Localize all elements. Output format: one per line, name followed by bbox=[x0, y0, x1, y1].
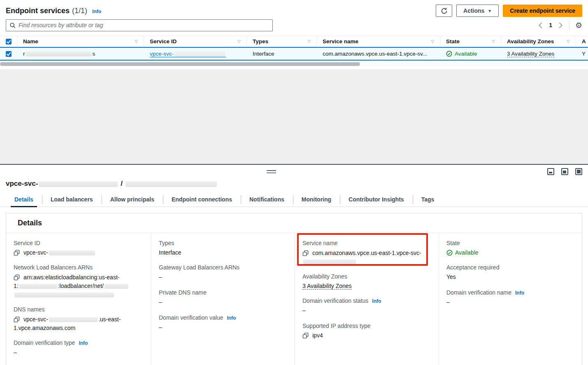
availability-zones-link[interactable]: 3 Availability Zones bbox=[507, 51, 554, 57]
field-acceptance-required: Acceptance required Yes bbox=[446, 264, 575, 281]
endpoint-services-table: Name▽ Service ID▽ Types▽ Service name▽ S… bbox=[0, 36, 588, 66]
panel-tabs: Details Load balancers Allow principals … bbox=[0, 193, 588, 207]
tab-load-balancers[interactable]: Load balancers bbox=[42, 193, 102, 206]
current-page[interactable]: 1 bbox=[549, 22, 552, 28]
page-info-link[interactable]: Info bbox=[92, 9, 101, 14]
select-all-checkbox[interactable] bbox=[6, 39, 12, 44]
tab-details[interactable]: Details bbox=[6, 193, 42, 206]
column-header-service-id[interactable]: Service ID▽ bbox=[144, 36, 247, 47]
details-column-4: State Available Acceptance required Yes bbox=[439, 233, 582, 365]
sort-icon[interactable]: ▽ bbox=[564, 39, 570, 44]
redaction bbox=[49, 317, 98, 322]
tab-notifications[interactable]: Notifications bbox=[241, 193, 293, 206]
prev-page-button[interactable] bbox=[538, 22, 543, 28]
field-types: Types Interface bbox=[159, 240, 288, 257]
divider bbox=[569, 20, 569, 30]
field-domain-verification-name: Domain verification name Info – bbox=[446, 289, 575, 307]
sort-icon[interactable]: ▽ bbox=[132, 39, 138, 44]
create-endpoint-service-button[interactable]: Create endpoint service bbox=[503, 5, 582, 17]
field-domain-verification-type: Domain verification type Info – bbox=[14, 339, 144, 357]
panel-size-small-button[interactable] bbox=[547, 168, 554, 175]
refresh-icon bbox=[441, 7, 448, 14]
tab-monitoring[interactable]: Monitoring bbox=[293, 193, 340, 206]
availability-zones-link[interactable]: 3 Availability Zones bbox=[302, 283, 352, 290]
check-circle-icon bbox=[446, 250, 453, 256]
horizontal-scrollbar[interactable] bbox=[0, 62, 588, 66]
search-box[interactable] bbox=[6, 19, 273, 31]
column-header-state[interactable]: State▽ bbox=[440, 36, 501, 47]
page-header: Endpoint services (1/1) Info Actions ▼ C… bbox=[0, 0, 588, 17]
field-service-name: Service name com.amazonaws.vpce.us-east-… bbox=[302, 240, 432, 266]
row-state-status: Available bbox=[446, 51, 477, 57]
actions-button[interactable]: Actions ▼ bbox=[456, 5, 499, 17]
tab-contributor-insights[interactable]: Contributor Insights bbox=[340, 193, 413, 206]
actions-label: Actions bbox=[463, 7, 484, 14]
redaction bbox=[39, 181, 118, 187]
row-service-name-cell: com.amazonaws.vpce.us-east-1.vpce-sv... bbox=[317, 51, 440, 57]
row-name-cell: rs bbox=[17, 51, 144, 57]
service-id-link[interactable]: vpce-svc- bbox=[150, 51, 226, 57]
details-column-3: Service name com.amazonaws.vpce.us-east-… bbox=[295, 233, 439, 365]
copy-icon[interactable] bbox=[14, 250, 20, 256]
panel-drag-handle[interactable] bbox=[267, 170, 276, 173]
column-header-truncated[interactable]: A bbox=[576, 36, 588, 47]
field-nlb-arns: Network Load Balancers ARNs arn:aws:elas… bbox=[14, 264, 144, 299]
field-dns-names: DNS names vpce-svc-.us-east- 1.vpce.amaz… bbox=[14, 306, 144, 332]
column-header-service-name[interactable]: Service name▽ bbox=[317, 36, 440, 47]
details-card: Details Service ID vpce-svc- Network Loa… bbox=[6, 213, 582, 365]
refresh-button[interactable] bbox=[436, 5, 452, 17]
redaction bbox=[26, 51, 92, 56]
copy-icon[interactable] bbox=[302, 332, 309, 339]
details-card-heading: Details bbox=[6, 213, 582, 233]
redaction bbox=[105, 284, 128, 289]
redaction bbox=[19, 284, 57, 289]
table-settings-gear-icon[interactable]: ⚙ bbox=[575, 21, 582, 29]
redaction bbox=[303, 260, 356, 264]
detail-panel: vpce-svc- / Details Load balancers Allow… bbox=[0, 165, 588, 365]
column-header-availability-zones[interactable]: Availability Zones▽ bbox=[501, 36, 576, 47]
field-service-id: Service ID vpce-svc- bbox=[14, 240, 144, 257]
redaction bbox=[126, 181, 217, 187]
panel-size-large-button[interactable] bbox=[575, 168, 582, 175]
sort-icon[interactable]: ▽ bbox=[305, 39, 311, 44]
details-column-2: Types Interface Gateway Load Balancers A… bbox=[151, 233, 295, 365]
copy-icon[interactable] bbox=[14, 316, 20, 323]
field-private-dns: Private DNS name – bbox=[159, 289, 288, 307]
info-link[interactable]: Info bbox=[227, 315, 236, 321]
table-toolbar: 1 ⚙ bbox=[0, 19, 588, 32]
tab-allow-principals[interactable]: Allow principals bbox=[102, 193, 163, 206]
sort-icon[interactable]: ▽ bbox=[489, 39, 495, 44]
row-checkbox[interactable] bbox=[6, 51, 12, 57]
info-link[interactable]: Info bbox=[372, 298, 381, 304]
redaction bbox=[174, 51, 225, 56]
field-domain-verification-status: Domain verification status Info – bbox=[302, 297, 432, 315]
field-availability-zones: Availability Zones 3 Availability Zones bbox=[302, 273, 432, 290]
chevron-down-icon: ▼ bbox=[488, 9, 492, 13]
info-link[interactable]: Info bbox=[515, 290, 524, 296]
field-state: State Available bbox=[446, 240, 575, 257]
info-link[interactable]: Info bbox=[79, 340, 88, 346]
tab-endpoint-connections[interactable]: Endpoint connections bbox=[163, 193, 241, 206]
field-domain-verification-value: Domain verification value Info – bbox=[159, 314, 288, 332]
table-row[interactable]: rs vpce-svc- Interface com.amazonaws.vpc… bbox=[0, 47, 588, 61]
sort-icon[interactable]: ▽ bbox=[428, 39, 434, 44]
tab-tags[interactable]: Tags bbox=[413, 193, 443, 206]
panel-title: vpce-svc- / bbox=[0, 165, 588, 188]
search-input[interactable] bbox=[19, 22, 269, 28]
copy-icon[interactable] bbox=[302, 250, 309, 256]
field-gwlb-arns: Gateway Load Balancers ARNs – bbox=[159, 264, 288, 281]
field-supported-ip-type: Supported IP address type ipv4 bbox=[302, 323, 432, 340]
column-header-name[interactable]: Name▽ bbox=[17, 36, 144, 47]
next-page-button[interactable] bbox=[558, 22, 563, 28]
redaction bbox=[49, 250, 95, 255]
redaction bbox=[14, 292, 114, 297]
column-header-types[interactable]: Types▽ bbox=[247, 36, 317, 47]
scrollbar-thumb[interactable] bbox=[0, 62, 360, 66]
row-truncated-cell: Y bbox=[576, 51, 588, 57]
panel-size-medium-button[interactable] bbox=[561, 168, 568, 175]
sort-icon[interactable]: ▽ bbox=[235, 39, 241, 44]
table-header-row: Name▽ Service ID▽ Types▽ Service name▽ S… bbox=[0, 36, 588, 47]
copy-icon[interactable] bbox=[14, 274, 20, 281]
state-status: Available bbox=[446, 248, 575, 257]
resource-count: (1/1) bbox=[72, 7, 87, 15]
